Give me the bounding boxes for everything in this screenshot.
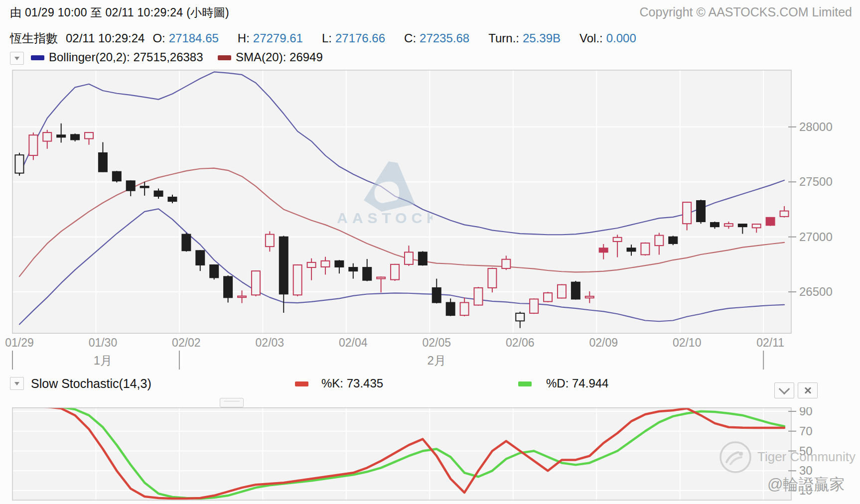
candle-0	[15, 153, 23, 176]
sma-legend-label: SMA(20): 26949	[236, 50, 323, 64]
svg-text:50: 50	[799, 444, 813, 458]
stochastic-dropdown-button[interactable]	[10, 377, 24, 390]
svg-text:27500: 27500	[799, 175, 833, 188]
quote-volume: Vol.:0.000	[579, 31, 636, 45]
copyright-notice: Copyright © AASTOCKS.COM Limited	[640, 5, 852, 19]
svg-text:01/30: 01/30	[89, 336, 118, 349]
svg-text:27000: 27000	[799, 230, 833, 244]
stoch-d-label: %D: 74.944	[546, 377, 608, 390]
chevron-down-icon	[779, 383, 790, 394]
svg-text:02/03: 02/03	[256, 336, 285, 349]
close-icon	[804, 386, 812, 394]
svg-text:70: 70	[799, 424, 813, 438]
svg-text:28000: 28000	[799, 120, 833, 133]
collapse-panel-button[interactable]	[774, 382, 794, 398]
candle-20	[293, 264, 302, 296]
svg-text:02/11: 02/11	[756, 336, 784, 349]
svg-text:90: 90	[799, 407, 813, 418]
svg-text:26500: 26500	[799, 285, 833, 298]
stoch-k-label: %K: 73.435	[321, 377, 383, 390]
candle-40	[572, 281, 580, 300]
candle-7	[113, 171, 121, 182]
svg-text:02/05: 02/05	[422, 336, 451, 349]
quote-high: H:27279.61	[238, 31, 303, 45]
svg-text:02/10: 02/10	[673, 336, 702, 349]
candle-38	[544, 292, 552, 302]
svg-text:10: 10	[799, 484, 813, 497]
quote-timestamp: 02/11 10:29:24	[66, 31, 144, 45]
candle-12	[182, 233, 190, 252]
svg-text:02/02: 02/02	[172, 336, 201, 349]
panel-resize-handle[interactable]	[220, 398, 244, 407]
quote-turnover: Turn.:25.39B	[488, 31, 561, 45]
stoch-d-swatch-icon	[518, 381, 532, 386]
stoch-k-swatch-icon	[295, 381, 308, 386]
quote-low: L:27176.66	[322, 31, 385, 45]
dropdown-arrow-icon	[14, 382, 19, 385]
quote-close: C:27235.68	[404, 31, 469, 45]
close-panel-button[interactable]	[798, 382, 818, 398]
chart-date-range: 由 01/29 10:00 至 02/11 10:29:24 (小時圖)	[10, 5, 229, 20]
candle-39	[558, 284, 566, 299]
bollinger-legend-label: Bollinger(20,2): 27515,26383	[49, 50, 203, 64]
quote-bar: 恆生指數02/11 10:29:24O:27184.65H:27279.61L:…	[10, 30, 655, 46]
stochastic-panel-header: Slow Stochastic(14,3) %K: 73.435 %D: 74.…	[0, 375, 860, 397]
price-chart[interactable]: 2800027500270002650001/2901/3002/0202/03…	[0, 70, 860, 375]
bollinger-swatch-icon	[31, 55, 44, 60]
svg-text:1月: 1月	[94, 354, 112, 367]
stochastic-chart[interactable]: 9070503010	[0, 407, 860, 504]
candle-27	[391, 264, 399, 281]
candle-29	[419, 251, 427, 265]
candle-1	[29, 132, 37, 160]
svg-text:02/06: 02/06	[506, 336, 535, 349]
top-bar: 由 01/29 10:00 至 02/11 10:29:24 (小時圖) Cop…	[10, 5, 852, 21]
svg-text:02/04: 02/04	[339, 336, 368, 349]
candle-37	[530, 298, 538, 314]
candle-14	[210, 264, 218, 279]
main-indicator-dropdown-button[interactable]	[10, 52, 24, 65]
svg-text:01/29: 01/29	[5, 336, 34, 349]
candle-17	[252, 270, 260, 296]
candle-45	[641, 243, 649, 256]
svg-text:02/09: 02/09	[589, 336, 618, 349]
candle-33	[474, 287, 483, 306]
dropdown-arrow-icon	[14, 57, 19, 60]
candle-47	[669, 236, 677, 245]
stochastic-title: Slow Stochastic(14,3)	[31, 377, 151, 391]
candle-54	[766, 217, 775, 226]
candle-49	[697, 200, 705, 224]
sma-swatch-icon	[218, 55, 231, 60]
svg-text:30: 30	[799, 464, 813, 477]
index-name: 恆生指數	[10, 31, 58, 45]
quote-open: O:27184.65	[152, 31, 218, 45]
svg-text:2月: 2月	[428, 354, 446, 367]
